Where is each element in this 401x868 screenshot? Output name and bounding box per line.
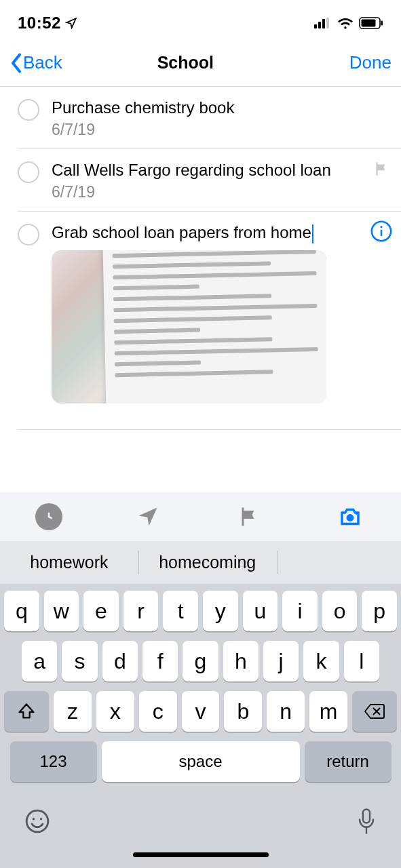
status-right bbox=[314, 17, 383, 29]
key-x[interactable]: x bbox=[96, 691, 134, 732]
dictation-button[interactable] bbox=[356, 808, 377, 837]
key-return[interactable]: return bbox=[305, 741, 392, 782]
shift-icon bbox=[17, 702, 36, 721]
key-c[interactable]: c bbox=[139, 691, 177, 732]
reminder-item-editing[interactable]: Grab school loan papers from home bbox=[18, 212, 401, 430]
key-space[interactable]: space bbox=[102, 741, 300, 782]
reminder-item[interactable]: Call Wells Fargo regarding school loan 6… bbox=[18, 149, 401, 212]
flag-icon bbox=[237, 505, 261, 529]
key-h[interactable]: h bbox=[223, 641, 259, 682]
flag-icon bbox=[373, 160, 390, 180]
svg-point-17 bbox=[40, 818, 42, 820]
reminder-body: Grab school loan papers from home bbox=[52, 222, 389, 420]
key-l[interactable]: l bbox=[344, 641, 379, 682]
key-o[interactable]: o bbox=[322, 591, 358, 631]
key-e[interactable]: e bbox=[83, 591, 119, 631]
text-cursor bbox=[312, 224, 313, 243]
reminder-title-input[interactable]: Grab school loan papers from home bbox=[52, 222, 389, 243]
done-button[interactable]: Done bbox=[349, 52, 392, 73]
camera-icon bbox=[338, 505, 362, 529]
emoji-icon bbox=[24, 808, 50, 834]
key-k[interactable]: k bbox=[303, 641, 339, 682]
info-button[interactable] bbox=[370, 220, 393, 245]
key-n[interactable]: n bbox=[267, 691, 305, 732]
keyboard-row-3: z x c v b n m bbox=[4, 691, 397, 732]
remind-location-button[interactable] bbox=[132, 501, 164, 532]
key-p[interactable]: p bbox=[362, 591, 397, 631]
status-time: 10:52 bbox=[18, 14, 61, 33]
key-shift[interactable] bbox=[4, 691, 49, 732]
reminder-date: 6/7/19 bbox=[52, 121, 389, 139]
key-backspace[interactable] bbox=[352, 691, 397, 732]
key-y[interactable]: y bbox=[203, 591, 238, 631]
reminder-attachment-image[interactable] bbox=[52, 250, 326, 403]
svg-rect-18 bbox=[363, 810, 370, 823]
svg-rect-1 bbox=[318, 22, 321, 28]
svg-point-11 bbox=[347, 514, 354, 521]
wifi-icon bbox=[337, 17, 354, 29]
keyboard-row-4: 123 space return bbox=[4, 741, 397, 782]
key-q[interactable]: q bbox=[4, 591, 39, 631]
keyboard: q w e r t y u i o p a s d f g h j k l bbox=[0, 584, 401, 868]
reminder-date: 6/7/19 bbox=[52, 183, 389, 201]
key-w[interactable]: w bbox=[44, 591, 79, 631]
svg-rect-0 bbox=[314, 24, 317, 28]
nav-bar: Back School Done bbox=[0, 39, 401, 87]
key-numbers[interactable]: 123 bbox=[10, 741, 97, 782]
suggestion[interactable]: homecoming bbox=[138, 541, 277, 584]
status-left: 10:52 bbox=[18, 14, 77, 33]
complete-toggle[interactable] bbox=[18, 99, 39, 121]
svg-point-15 bbox=[26, 810, 48, 832]
location-arrow-icon bbox=[136, 505, 160, 529]
emoji-button[interactable] bbox=[24, 808, 50, 837]
svg-rect-3 bbox=[326, 18, 329, 28]
reminder-toolbar bbox=[0, 492, 401, 541]
key-g[interactable]: g bbox=[183, 641, 218, 682]
key-v[interactable]: v bbox=[182, 691, 220, 732]
key-j[interactable]: j bbox=[263, 641, 299, 682]
svg-rect-2 bbox=[322, 19, 325, 28]
remind-time-button[interactable] bbox=[35, 503, 62, 530]
camera-button[interactable] bbox=[335, 501, 366, 532]
reminders-list: Purchase chemistry book 6/7/19 Call Well… bbox=[0, 87, 401, 430]
keyboard-suggestions: homework homecoming bbox=[0, 541, 401, 584]
keyboard-bottom-row bbox=[4, 791, 397, 846]
suggestion-empty bbox=[277, 541, 401, 584]
key-r[interactable]: r bbox=[123, 591, 159, 631]
keyboard-row-1: q w e r t y u i o p bbox=[4, 591, 397, 631]
complete-toggle[interactable] bbox=[18, 224, 39, 245]
key-s[interactable]: s bbox=[62, 641, 97, 682]
svg-point-12 bbox=[356, 513, 358, 515]
key-a[interactable]: a bbox=[22, 641, 57, 682]
key-d[interactable]: d bbox=[102, 641, 138, 682]
svg-point-9 bbox=[380, 226, 382, 228]
microphone-icon bbox=[356, 808, 377, 835]
reminder-item[interactable]: Purchase chemistry book 6/7/19 bbox=[18, 87, 401, 149]
suggestion[interactable]: homework bbox=[0, 541, 138, 584]
reminder-title: Call Wells Fargo regarding school loan bbox=[52, 160, 389, 180]
reminder-title-text: Grab school loan papers from home bbox=[52, 223, 311, 241]
svg-rect-5 bbox=[362, 20, 376, 27]
reminder-title: Purchase chemistry book bbox=[52, 98, 389, 118]
complete-toggle[interactable] bbox=[18, 161, 39, 183]
key-z[interactable]: z bbox=[54, 691, 92, 732]
reminder-body: Call Wells Fargo regarding school loan 6… bbox=[52, 160, 389, 201]
reminder-body: Purchase chemistry book 6/7/19 bbox=[52, 98, 389, 139]
svg-point-16 bbox=[33, 818, 35, 820]
page-title: School bbox=[22, 53, 349, 73]
key-u[interactable]: u bbox=[243, 591, 278, 631]
key-i[interactable]: i bbox=[282, 591, 318, 631]
key-f[interactable]: f bbox=[142, 641, 178, 682]
key-b[interactable]: b bbox=[224, 691, 262, 732]
battery-icon bbox=[359, 17, 383, 29]
backspace-icon bbox=[364, 703, 385, 720]
key-t[interactable]: t bbox=[163, 591, 198, 631]
flag-button[interactable] bbox=[233, 501, 265, 532]
status-bar: 10:52 bbox=[0, 0, 401, 39]
cellular-signal-icon bbox=[314, 18, 332, 28]
location-services-icon bbox=[65, 17, 77, 29]
home-indicator[interactable] bbox=[133, 852, 269, 857]
svg-rect-6 bbox=[381, 21, 383, 26]
key-m[interactable]: m bbox=[309, 691, 347, 732]
keyboard-row-2: a s d f g h j k l bbox=[4, 641, 397, 682]
